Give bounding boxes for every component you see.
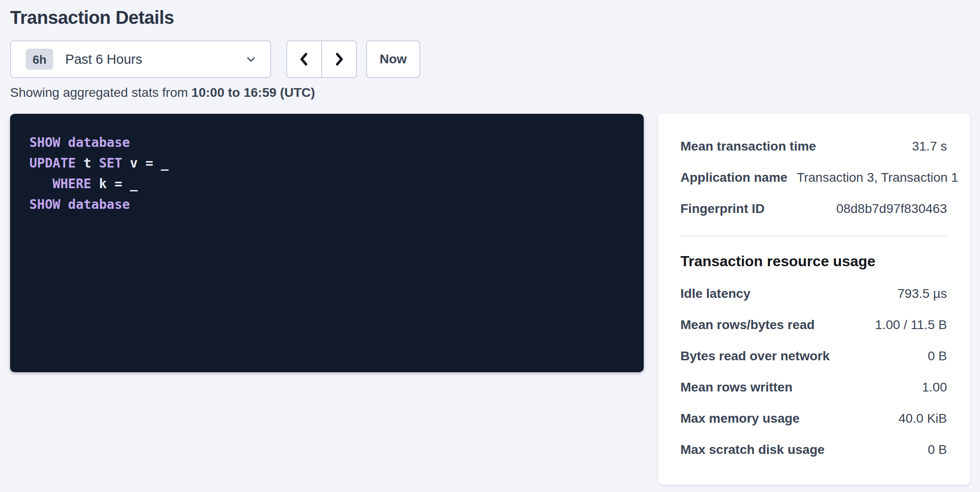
summary-row: Mean rows/bytes read1.00 / 11.5 B	[680, 309, 947, 341]
now-button[interactable]: Now	[366, 40, 420, 78]
prev-time-button[interactable]	[286, 40, 322, 78]
time-interval-dropdown[interactable]: 6h Past 6 Hours	[10, 40, 271, 78]
sql-keyword: SHOW	[29, 197, 60, 212]
summary-row: Application nameTransaction 3, Transacti…	[680, 162, 947, 193]
summary-value: 0 B	[928, 349, 947, 363]
sql-keyword: UPDATE	[29, 156, 76, 171]
sql-text: v = _	[122, 156, 168, 171]
sql-code: SHOW database UPDATE t SET v = _ WHERE k…	[29, 132, 624, 215]
chevron-down-icon	[245, 53, 257, 66]
summary-label: Max memory usage	[680, 411, 809, 426]
sql-text: k = _	[91, 176, 138, 191]
summary-row: Mean transaction time31.7 s	[680, 131, 947, 162]
transaction-summary-card: Mean transaction time31.7 sApplication n…	[658, 114, 970, 485]
sql-text	[60, 197, 68, 212]
summary-value: 1.00	[922, 380, 947, 395]
time-interval-label: Past 6 Hours	[65, 52, 142, 67]
aggregation-note-prefix: Showing aggregated stats from	[10, 85, 191, 100]
sql-keyword: WHERE	[53, 176, 91, 191]
summary-label: Mean rows written	[680, 380, 802, 395]
time-nav-buttons	[286, 40, 357, 78]
resource-usage-rows: Idle latency793.5 µsMean rows/bytes read…	[680, 278, 947, 465]
summary-label: Application name	[680, 170, 796, 185]
summary-main-rows: Mean transaction time31.7 sApplication n…	[680, 131, 947, 224]
resource-usage-title: Transaction resource usage	[680, 253, 947, 270]
summary-row: Max scratch disk usage0 B	[680, 434, 947, 465]
time-controls: 6h Past 6 Hours Now	[10, 40, 970, 78]
sql-keyword: SET	[99, 156, 122, 171]
summary-row: Fingerprint ID08d8b7d97f830463	[680, 193, 947, 224]
transaction-details-page: Transaction Details 6h Past 6 Hours Now	[0, 0, 980, 485]
summary-value: 40.0 KiB	[898, 411, 947, 426]
section-divider	[680, 235, 947, 236]
summary-value: 31.7 s	[912, 139, 947, 154]
main-content: SHOW database UPDATE t SET v = _ WHERE k…	[10, 114, 970, 485]
summary-value: 1.00 / 11.5 B	[875, 318, 947, 332]
sql-text	[29, 176, 53, 191]
summary-label: Fingerprint ID	[680, 201, 774, 216]
summary-label: Bytes read over network	[680, 349, 839, 363]
sql-keyword: database	[68, 135, 130, 150]
summary-label: Idle latency	[680, 286, 760, 301]
summary-label: Max scratch disk usage	[680, 442, 834, 457]
aggregation-note: Showing aggregated stats from 10:00 to 1…	[10, 84, 970, 101]
summary-row: Bytes read over network0 B	[680, 341, 947, 372]
summary-value: 793.5 µs	[897, 286, 947, 301]
chevron-left-icon	[295, 50, 313, 68]
summary-label: Mean rows/bytes read	[680, 318, 824, 332]
sql-statement-box: SHOW database UPDATE t SET v = _ WHERE k…	[10, 114, 644, 372]
summary-value: 0 B	[928, 442, 947, 457]
sql-keyword: SHOW	[29, 135, 60, 150]
summary-row: Max memory usage40.0 KiB	[680, 403, 947, 434]
sql-text: t	[76, 156, 99, 171]
time-interval-badge: 6h	[26, 49, 53, 70]
page-title: Transaction Details	[10, 6, 970, 28]
summary-row: Mean rows written1.00	[680, 372, 947, 403]
summary-row: Idle latency793.5 µs	[680, 278, 947, 309]
chevron-right-icon	[330, 50, 348, 68]
next-time-button[interactable]	[321, 40, 357, 78]
sql-keyword: database	[68, 197, 130, 212]
summary-value: Transaction 3, Transaction 1	[796, 170, 958, 185]
sql-text	[60, 135, 68, 150]
aggregation-note-range: 10:00 to 16:59 (UTC)	[191, 85, 315, 100]
summary-label: Mean transaction time	[680, 139, 825, 154]
summary-value: 08d8b7d97f830463	[836, 201, 947, 216]
